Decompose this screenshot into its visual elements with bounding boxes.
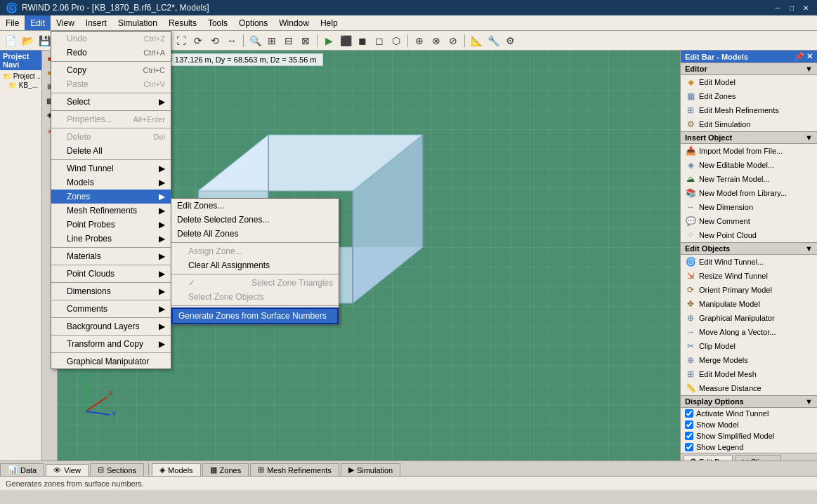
tb-misc3[interactable]: ⚙	[502, 33, 518, 48]
tb-view1[interactable]: ⛶	[174, 33, 189, 48]
menu-redo[interactable]: RedoCtrl+A	[51, 46, 171, 60]
right-tab-editbar[interactable]: ⚙ Edit Bar	[684, 455, 733, 460]
menu-copy[interactable]: CopyCtrl+C	[51, 63, 171, 77]
tb-axis1[interactable]: ⊕	[412, 33, 427, 48]
zones-clear-assignments[interactable]: Clear All Assignments	[171, 258, 339, 272]
section-edit-objects[interactable]: Edit Objects ▼	[681, 242, 817, 255]
tb-render2[interactable]: ⬛	[338, 33, 353, 48]
close-button[interactable]: ✕	[800, 2, 811, 13]
menu-select[interactable]: Select▶	[51, 95, 171, 109]
tab-mesh-refinements[interactable]: ⊞ Mesh Refinements	[250, 463, 339, 476]
tb-view3[interactable]: ⟲	[207, 33, 223, 48]
menu-dimensions[interactable]: Dimensions▶	[51, 284, 171, 298]
menu-insert[interactable]: Insert	[80, 15, 112, 30]
section-editor[interactable]: Editor ▼	[681, 62, 817, 75]
menu-help[interactable]: Help	[315, 15, 344, 30]
cb-show-legend[interactable]: Show Legend	[681, 442, 817, 453]
menu-delete-all[interactable]: Delete All	[51, 144, 171, 158]
menu-line-probes[interactable]: Line Probes▶	[51, 232, 171, 246]
nav-kb[interactable]: 📁 KB_...	[1, 81, 40, 90]
insert-point-cloud[interactable]: ⁘ New Point Cloud	[681, 228, 817, 242]
tab-models[interactable]: ◈ Models	[152, 463, 200, 476]
editor-item-edit-simulation[interactable]: ⚙ Edit Simulation	[681, 117, 817, 131]
menu-point-probes[interactable]: Point Probes▶	[51, 218, 171, 232]
tb-zoom1[interactable]: 🔍	[247, 33, 263, 48]
menu-file[interactable]: File	[0, 15, 25, 30]
menu-materials[interactable]: Materials▶	[51, 249, 171, 263]
manipulate-model[interactable]: ✥ Manipulate Model	[681, 297, 817, 311]
tb-zoom4[interactable]: ⊠	[298, 33, 313, 48]
tb-render1[interactable]: ▶	[321, 33, 336, 48]
menu-graphical-manipulator[interactable]: Graphical Manipulator	[51, 354, 171, 369]
resize-wind-tunnel[interactable]: ⇲ Resize Wind Tunnel	[681, 269, 817, 283]
menu-background-layers[interactable]: Background Layers▶	[51, 319, 171, 333]
tb-zoom3[interactable]: ⊟	[281, 33, 296, 48]
insert-dimension[interactable]: ↔ New Dimension	[681, 200, 817, 214]
tb-view2[interactable]: ⟳	[190, 33, 206, 48]
cb-show-model[interactable]: Show Model	[681, 419, 817, 430]
menu-results[interactable]: Results	[163, 15, 202, 30]
nav-project[interactable]: 📁 Project ...	[1, 72, 40, 81]
tb-new[interactable]: 📄	[3, 33, 18, 48]
insert-new-editable[interactable]: ◈ New Editable Model...	[681, 158, 817, 172]
tb-save[interactable]: 💾	[37, 33, 52, 48]
minimize-button[interactable]: ─	[772, 2, 783, 13]
tb-zoom2[interactable]: ⊞	[264, 33, 280, 48]
zones-submenu[interactable]: Edit Zones... Delete Selected Zones... D…	[171, 198, 339, 325]
clip-model[interactable]: ✂ Clip Model	[681, 339, 817, 353]
tb-render3[interactable]: ◼	[355, 33, 370, 48]
restore-button[interactable]: □	[786, 2, 797, 13]
menu-paste[interactable]: PasteCtrl+V	[51, 77, 171, 91]
menu-view[interactable]: View	[51, 15, 80, 30]
menu-comments[interactable]: Comments▶	[51, 302, 171, 316]
menu-models[interactable]: Models▶	[51, 175, 171, 190]
panel-close[interactable]: ✕	[806, 52, 813, 61]
measure-distance[interactable]: 📏 Measure Distance	[681, 381, 817, 395]
menu-window[interactable]: Window	[273, 15, 315, 30]
tb-open[interactable]: 📂	[20, 33, 35, 48]
tb-axis3[interactable]: ⊘	[445, 33, 461, 48]
insert-comment[interactable]: 💬 New Comment	[681, 214, 817, 228]
editor-item-edit-model[interactable]: ◈ Edit Model	[681, 75, 817, 89]
edit-model-mesh[interactable]: ⊞ Edit Model Mesh	[681, 367, 817, 381]
tab-simulation[interactable]: ▶ Simulation	[341, 463, 400, 476]
section-insert[interactable]: Insert Object ▼	[681, 131, 817, 144]
menu-mesh-refinements[interactable]: Mesh Refinements▶	[51, 204, 171, 218]
cb-activate-wind-tunnel[interactable]: Activate Wind Tunnel	[681, 408, 817, 419]
zones-assign[interactable]: Assign Zone...	[171, 244, 339, 258]
edit-wind-tunnel[interactable]: 🌀 Edit Wind Tunnel...	[681, 255, 817, 269]
menu-point-clouds[interactable]: Point Clouds▶	[51, 267, 171, 281]
tab-view[interactable]: 👁 View	[46, 464, 89, 476]
tab-sections[interactable]: ⊟ Sections	[90, 463, 144, 476]
zones-delete-all[interactable]: Delete All Zones	[171, 227, 339, 241]
menu-transform-copy[interactable]: Transform and Copy▶	[51, 337, 171, 351]
zones-edit[interactable]: Edit Zones...	[171, 199, 339, 213]
cb-show-simplified-model[interactable]: Show Simplified Model	[681, 430, 817, 442]
edit-menu-dropdown[interactable]: UndoCtrl+Z RedoCtrl+A CopyCtrl+C PasteCt…	[51, 31, 171, 369]
menu-simulation[interactable]: Simulation	[112, 15, 163, 30]
menu-zones[interactable]: Zones▶	[51, 190, 171, 204]
tb-axis2[interactable]: ⊗	[429, 33, 444, 48]
graphical-manipulator[interactable]: ⊕ Graphical Manipulator	[681, 311, 817, 325]
menu-edit[interactable]: Edit	[25, 15, 51, 30]
zones-delete-selected[interactable]: Delete Selected Zones...	[171, 213, 339, 227]
menu-undo[interactable]: UndoCtrl+Z	[51, 32, 171, 46]
zones-select-triangles[interactable]: ✓ Select Zone Triangles	[171, 276, 339, 290]
panel-pin[interactable]: 📌	[795, 52, 804, 61]
right-tab-clipper[interactable]: ✂ Clipper	[736, 455, 781, 460]
editor-item-edit-mesh[interactable]: ⊞ Edit Mesh Refinements	[681, 103, 817, 117]
tb-render4[interactable]: ◻	[372, 33, 387, 48]
insert-import[interactable]: 📥 Import Model from File...	[681, 144, 817, 158]
tb-view4[interactable]: ↔	[224, 33, 240, 48]
menu-delete[interactable]: DeleteDel	[51, 130, 171, 144]
editor-item-edit-zones[interactable]: ▦ Edit Zones	[681, 89, 817, 103]
insert-library[interactable]: 📚 New Model from Library...	[681, 186, 817, 200]
menu-options[interactable]: Options	[233, 15, 273, 30]
section-display-options[interactable]: Display Options ▼	[681, 395, 817, 408]
tb-misc2[interactable]: 🔧	[485, 33, 501, 48]
insert-terrain[interactable]: ⛰ New Terrain Model...	[681, 172, 817, 186]
menu-wind-tunnel[interactable]: Wind Tunnel▶	[51, 161, 171, 175]
menu-tools[interactable]: Tools	[202, 15, 233, 30]
tb-misc1[interactable]: 📐	[469, 33, 484, 48]
tab-data[interactable]: 📊 Data	[0, 463, 44, 476]
